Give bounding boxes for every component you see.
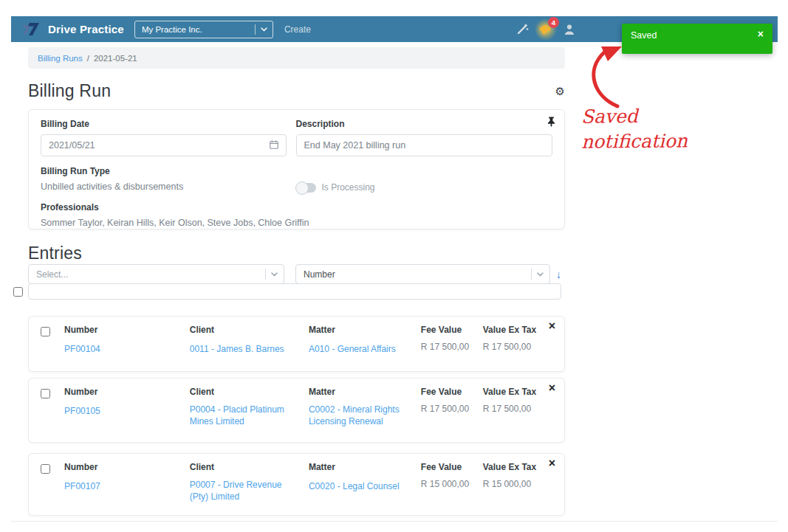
- form-row-2: Billing Run Type Unbilled activities & d…: [41, 166, 552, 193]
- entries-filter-placeholder: Select...: [36, 269, 68, 280]
- professionals-block: Professionals Sommer Taylor, Keiran Hill…: [41, 202, 552, 228]
- billing-date-input[interactable]: [49, 140, 270, 151]
- create-menu[interactable]: Create: [284, 24, 311, 35]
- column-header-fee-value: Fee Value: [421, 325, 483, 335]
- entry-value-ex-tax: R 17 500,00: [483, 342, 552, 352]
- entry-value-ex-tax: R 17 500,00: [483, 404, 552, 414]
- column-header-number: Number: [64, 462, 190, 472]
- entry-number-link[interactable]: PF00104: [64, 343, 100, 355]
- column-header-client: Client: [190, 462, 297, 472]
- entry-card: × Number PF00107 Client P0007 - Drive Re…: [28, 453, 565, 516]
- column-header-value-ex-tax: Value Ex Tax: [483, 462, 552, 472]
- chevron-down-icon: [531, 269, 544, 280]
- breadcrumb-separator: /: [87, 54, 89, 63]
- entry-fee-value: R 17 500,00: [421, 342, 483, 352]
- breadcrumb-billing-runs-link[interactable]: Billing Runs: [38, 54, 83, 63]
- pin-icon[interactable]: [547, 117, 556, 130]
- description-label: Description: [296, 119, 552, 129]
- billing-run-card: Billing Date Description: [28, 109, 565, 229]
- entries-sort-select[interactable]: Number: [295, 264, 550, 284]
- billing-run-header: Billing Run ⚙: [28, 80, 565, 102]
- breadcrumb: Billing Runs / 2021-05-21: [28, 47, 565, 69]
- is-processing-row: Is Processing: [296, 166, 552, 193]
- professionals-value: Sommer Taylor, Keiran Hills, Keir Olson,…: [41, 218, 552, 228]
- is-processing-label: Is Processing: [322, 182, 375, 193]
- entry-checkbox[interactable]: [41, 464, 50, 474]
- entry-matter-link[interactable]: A010 - General Affairs: [309, 343, 396, 355]
- entry-row: Number PF00104 Client 0011 - James B. Ba…: [41, 325, 552, 355]
- toast-close-icon[interactable]: ×: [758, 28, 764, 40]
- chevron-down-icon: [265, 269, 278, 280]
- column-header-client: Client: [190, 325, 297, 335]
- user-profile-icon[interactable]: [563, 23, 576, 36]
- calendar-icon[interactable]: [270, 139, 278, 152]
- entry-row: Number PF00107 Client P0007 - Drive Reve…: [41, 462, 552, 502]
- entry-matter-link[interactable]: C0002 - Mineral Rights Licensing Renewal: [309, 404, 408, 427]
- column-header-client: Client: [190, 387, 297, 397]
- bottom-divider: [11, 521, 778, 522]
- entries-header: Entries: [28, 243, 82, 263]
- entry-card: × Number PF00105 Client P0004 - Placid P…: [28, 378, 565, 443]
- column-header-matter: Matter: [309, 325, 408, 335]
- page: Drive Practice My Practice Inc. Create: [0, 0, 788, 532]
- entry-row: Number PF00105 Client P0004 - Placid Pla…: [41, 387, 552, 427]
- settings-gear-icon[interactable]: ⚙: [555, 86, 565, 97]
- entries-title: Entries: [28, 243, 82, 263]
- column-header-matter: Matter: [309, 387, 408, 397]
- drive-practice-logo-icon[interactable]: [21, 21, 41, 38]
- entries-search-input[interactable]: [28, 283, 561, 300]
- form-row-1: Billing Date Description: [41, 119, 552, 156]
- remove-entry-icon[interactable]: ×: [549, 320, 555, 332]
- is-processing-toggle[interactable]: [296, 183, 316, 193]
- notifications-megaphone-icon[interactable]: 4: [539, 23, 552, 36]
- nav-icon-group: 4: [515, 16, 576, 42]
- toast-message: Saved: [631, 30, 657, 41]
- select-all-checkbox[interactable]: [13, 287, 23, 297]
- entry-value-ex-tax: R 15 000,00: [483, 479, 552, 489]
- practice-selector-value: My Practice Inc.: [142, 25, 202, 34]
- practice-selector[interactable]: My Practice Inc.: [134, 21, 273, 38]
- annotation-line-2: notification: [581, 128, 688, 154]
- annotation-text: Saved notification: [581, 103, 688, 154]
- column-header-fee-value: Fee Value: [421, 387, 483, 397]
- column-header-value-ex-tax: Value Ex Tax: [483, 325, 552, 335]
- entry-client-link[interactable]: P0007 - Drive Revenue (Pty) Limited: [190, 479, 297, 502]
- entry-client-link[interactable]: 0011 - James B. Barnes: [190, 343, 284, 355]
- notification-count-badge: 4: [548, 17, 559, 28]
- billing-date-input-box: [41, 134, 287, 156]
- entry-checkbox[interactable]: [41, 389, 50, 398]
- column-header-matter: Matter: [309, 462, 408, 472]
- description-input-box: [296, 134, 552, 156]
- magic-wand-icon[interactable]: [515, 23, 529, 36]
- entry-fee-value: R 17 500,00: [421, 404, 483, 414]
- column-header-number: Number: [64, 325, 190, 335]
- entry-client-link[interactable]: P0004 - Placid Platinum Mines Limited: [190, 404, 297, 427]
- entry-matter-link[interactable]: C0020 - Legal Counsel: [309, 480, 400, 492]
- description-input[interactable]: [304, 140, 544, 151]
- entries-filter-row: Select... Number ↓: [28, 264, 561, 284]
- billing-run-type-value: Unbilled activities & disbursements: [41, 182, 287, 192]
- remove-entry-icon[interactable]: ×: [549, 457, 555, 469]
- entry-fee-value: R 15 000,00: [421, 479, 483, 489]
- annotation-line-1: Saved: [581, 103, 688, 129]
- brand-name: Drive Practice: [48, 23, 124, 35]
- professionals-label: Professionals: [41, 202, 552, 213]
- remove-entry-icon[interactable]: ×: [549, 382, 555, 394]
- breadcrumb-current: 2021-05-21: [94, 54, 137, 63]
- entries-filter-select[interactable]: Select...: [28, 264, 284, 284]
- page-title: Billing Run: [28, 81, 111, 101]
- column-header-number: Number: [64, 387, 190, 397]
- entry-checkbox[interactable]: [41, 327, 50, 336]
- entry-card: × Number PF00104 Client 0011 - James B. …: [28, 316, 565, 372]
- column-header-fee-value: Fee Value: [421, 462, 483, 472]
- billing-date-label: Billing Date: [41, 119, 287, 129]
- entry-number-link[interactable]: PF00107: [64, 480, 100, 492]
- entries-sort-value: Number: [304, 269, 335, 280]
- entry-number-link[interactable]: PF00105: [64, 405, 100, 417]
- billing-run-type-label: Billing Run Type: [41, 166, 287, 176]
- saved-toast: Saved ×: [622, 24, 772, 54]
- sort-direction-icon[interactable]: ↓: [556, 269, 561, 280]
- column-header-value-ex-tax: Value Ex Tax: [483, 387, 552, 397]
- chevron-down-icon: [255, 24, 267, 35]
